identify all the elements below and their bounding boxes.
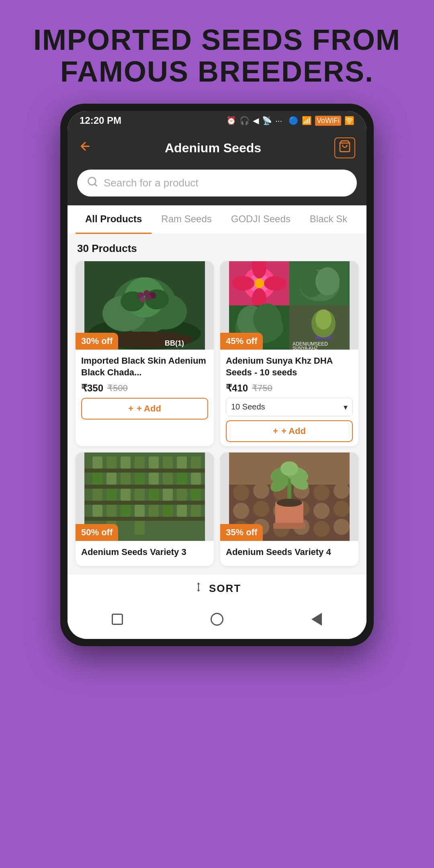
svg-point-32 (253, 303, 281, 336)
svg-point-13 (140, 297, 145, 302)
svg-rect-71 (177, 505, 187, 517)
svg-rect-50 (106, 473, 117, 485)
svg-point-99 (313, 521, 330, 537)
product-name-2: Adenium Sunya Khz DHA Seeds - 10 seeds (226, 355, 353, 378)
svg-point-84 (253, 483, 269, 499)
price-original-2: ₹750 (252, 383, 272, 393)
svg-rect-46 (163, 457, 173, 469)
svg-rect-65 (92, 505, 102, 517)
add-label-2: + Add (281, 426, 306, 436)
tabs-container: All Products Ram Seeds GODJI Seeds Black… (68, 205, 366, 234)
product-image-4: 35% off (220, 452, 358, 541)
svg-rect-58 (106, 489, 117, 501)
tab-ram-seeds[interactable]: Ram Seeds (151, 205, 221, 234)
status-icons: ⏰ 🎧 ◀ 📡 ··· 🔵 📶 VoWiFi 🛜 (226, 116, 354, 126)
navigation-icon: ◀ (253, 116, 259, 125)
svg-point-89 (233, 503, 249, 519)
phone-frame: 12:20 PM ⏰ 🎧 ◀ 📡 ··· 🔵 📶 VoWiFi 🛜 Adeniu… (60, 104, 374, 646)
discount-badge-1: 30% off (76, 333, 118, 350)
svg-rect-72 (191, 505, 201, 517)
svg-point-88 (334, 483, 350, 499)
svg-rect-64 (191, 489, 201, 501)
variant-label-2: 10 Seeds (231, 402, 265, 411)
discount-badge-3: 50% off (76, 524, 118, 541)
svg-rect-55 (177, 473, 187, 485)
nav-square-icon (112, 614, 123, 625)
sort-label: SORT (209, 582, 241, 595)
hero-line1: IMPORTED SEEDS FROM (33, 24, 401, 56)
add-button-2[interactable]: + + Add (226, 420, 353, 442)
page-title: Adenium Seeds (165, 141, 261, 156)
svg-rect-48 (191, 457, 201, 469)
svg-rect-69 (149, 505, 159, 517)
svg-rect-42 (106, 457, 117, 469)
search-bar-container: Search for a product (68, 166, 366, 205)
products-section: 30 Products (68, 234, 366, 574)
svg-point-23 (232, 276, 254, 291)
search-icon (87, 176, 98, 190)
products-count: 30 Products (76, 242, 358, 255)
svg-rect-80 (84, 517, 205, 521)
cart-button[interactable] (334, 137, 355, 158)
svg-rect-61 (149, 489, 159, 501)
tab-godji-seeds[interactable]: GODJI Seeds (221, 205, 300, 234)
svg-rect-47 (177, 457, 187, 469)
product-card-2: ADENIUMSEED SUNYA-KHZ 45% off Adenium Su… (220, 261, 358, 446)
svg-rect-76 (135, 521, 145, 535)
product-info-2: Adenium Sunya Khz DHA Seeds - 10 seeds ₹… (220, 350, 358, 446)
svg-rect-70 (163, 505, 173, 517)
tab-black-sk[interactable]: Black Sk (300, 205, 357, 234)
back-button[interactable] (79, 139, 92, 156)
bluetooth-icon: 🔵 (289, 116, 299, 125)
nav-home-button[interactable] (107, 609, 127, 629)
svg-point-36 (315, 309, 332, 330)
svg-rect-67 (121, 505, 131, 517)
svg-point-108 (280, 461, 298, 476)
svg-rect-57 (92, 489, 102, 501)
vo-wifi-badge: VoWiFi (315, 116, 341, 126)
svg-point-83 (233, 485, 249, 501)
sort-bar[interactable]: SORT (68, 574, 366, 603)
svg-rect-75 (121, 521, 131, 535)
chevron-down-icon: ▾ (344, 402, 348, 412)
svg-rect-51 (121, 473, 131, 485)
wifi-icon: 🛜 (344, 116, 354, 125)
discount-badge-2: 45% off (220, 333, 263, 350)
product-name-1: Imported Black Skin Adenium Black Chada.… (81, 355, 208, 378)
product-card-1: BB(1) 30% off Imported Black Skin Adeniu… (76, 261, 214, 446)
svg-rect-52 (135, 473, 145, 485)
discount-badge-4: 35% off (220, 524, 263, 541)
svg-point-14 (146, 295, 151, 300)
signal-icon: 📡 (262, 116, 272, 125)
nav-back-button[interactable] (207, 609, 227, 629)
product-image-3: 50% off (76, 452, 214, 541)
svg-rect-68 (135, 505, 145, 517)
svg-point-100 (334, 519, 350, 535)
svg-text:SUNYA-KHZ: SUNYA-KHZ (293, 346, 318, 350)
alarm-icon: ⏰ (226, 116, 236, 125)
more-icon: ··· (275, 116, 282, 125)
phone-screen: 12:20 PM ⏰ 🎧 ◀ 📡 ··· 🔵 📶 VoWiFi 🛜 Adeniu… (68, 111, 366, 639)
svg-rect-56 (191, 473, 201, 485)
svg-rect-45 (149, 457, 159, 469)
price-row-1: ₹350 ₹500 (81, 383, 208, 394)
app-header: Adenium Seeds (68, 130, 366, 166)
products-grid: BB(1) 30% off Imported Black Skin Adeniu… (76, 261, 358, 566)
search-bar[interactable]: Search for a product (77, 170, 357, 197)
product-info-3: Adenium Seeds Variety 3 (76, 541, 214, 566)
svg-rect-62 (163, 489, 173, 501)
nav-back-icon (311, 613, 322, 626)
add-button-1[interactable]: + + Add (81, 398, 208, 420)
svg-point-93 (313, 503, 330, 519)
price-current-2: ₹410 (226, 383, 248, 394)
svg-rect-102 (273, 523, 305, 529)
headphone-icon: 🎧 (240, 116, 250, 125)
tab-all-products[interactable]: All Products (76, 205, 151, 234)
nav-recent-button[interactable] (307, 609, 327, 629)
svg-rect-60 (135, 489, 145, 501)
svg-rect-79 (84, 501, 205, 505)
product-info-1: Imported Black Skin Adenium Black Chada.… (76, 350, 214, 423)
svg-rect-66 (106, 505, 117, 517)
add-label-1: + Add (137, 403, 161, 414)
variant-dropdown-2[interactable]: 10 Seeds ▾ (226, 398, 353, 416)
